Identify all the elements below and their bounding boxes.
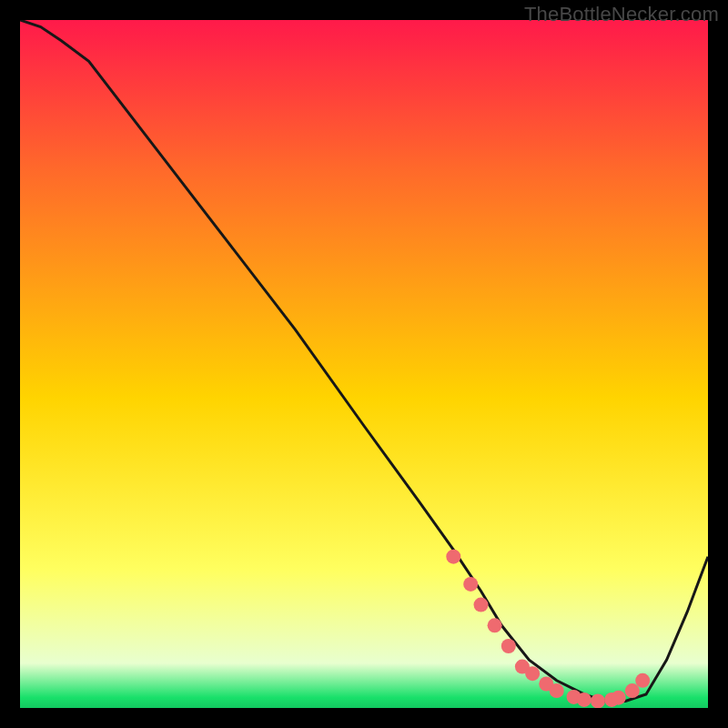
chart-stage: TheBottleNecker.com bbox=[0, 0, 728, 728]
marker-series bbox=[446, 550, 650, 708]
marker-point bbox=[550, 683, 564, 698]
marker-point bbox=[474, 598, 489, 612]
attribution-text: TheBottleNecker.com bbox=[524, 3, 719, 26]
marker-point bbox=[591, 693, 605, 708]
marker-point bbox=[577, 693, 592, 707]
marker-point bbox=[625, 683, 640, 698]
marker-point bbox=[488, 618, 502, 632]
marker-point bbox=[446, 550, 460, 564]
marker-point bbox=[463, 577, 478, 592]
chart-overlay bbox=[20, 20, 708, 708]
marker-point bbox=[525, 666, 540, 681]
bottleneck-curve bbox=[20, 20, 708, 701]
marker-point bbox=[501, 639, 516, 653]
marker-point bbox=[635, 673, 650, 688]
plot-area bbox=[20, 20, 708, 708]
marker-point bbox=[612, 691, 626, 705]
